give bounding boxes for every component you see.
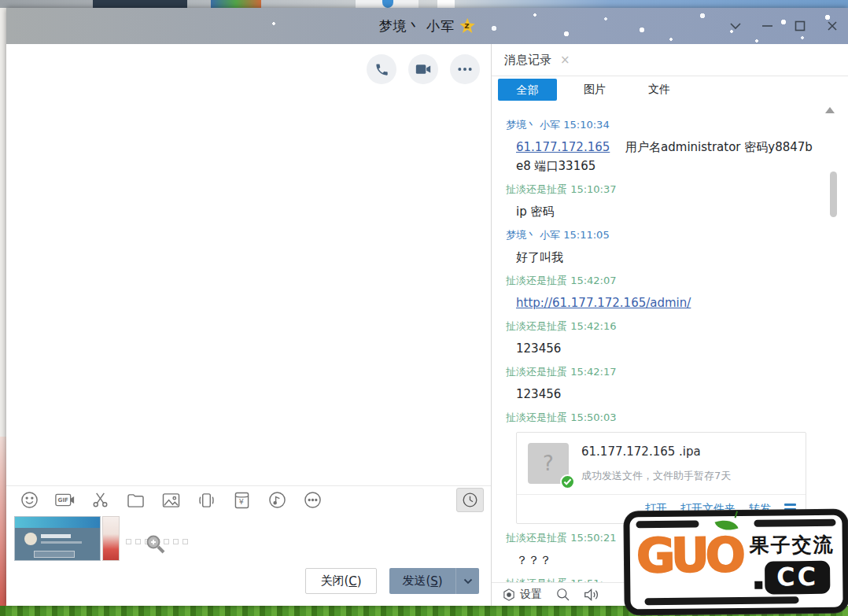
history-panel-title: 消息记录 — [504, 53, 551, 68]
star-status-icon: z — [459, 18, 475, 34]
magnifier-cursor-icon — [145, 533, 165, 557]
history-panel-header: 消息记录 × — [492, 44, 848, 76]
message-text: 123456 — [506, 385, 815, 404]
watermark-chinese-text: 果子交流 — [750, 532, 835, 559]
history-tabs: 全部 图片 文件 — [492, 76, 848, 103]
send-button-group[interactable]: 发送(S) — [389, 568, 479, 594]
voice-call-button[interactable] — [367, 54, 396, 84]
message-sender-time: 扯淡还是扯蛋 15:50:03 — [506, 411, 815, 425]
message-sender-time: 扯淡还是扯蛋 15:10:37 — [506, 183, 815, 197]
message-text-part: 123456 — [516, 387, 561, 401]
close-chat-button[interactable]: 关闭(C) — [305, 568, 377, 594]
tab-files[interactable]: 文件 — [627, 83, 691, 97]
watermark-guo-text: GUO — [636, 533, 743, 578]
message-text-part: 好了叫我 — [516, 250, 563, 264]
ellipsis-icon — [457, 67, 473, 72]
input-toolbar: GIF ¥ — [20, 490, 323, 510]
desktop-image-sliver — [0, 437, 6, 606]
video-call-button[interactable] — [408, 54, 438, 84]
maximize-button[interactable] — [793, 20, 806, 33]
watermark-dot — [754, 581, 762, 589]
message-text: 61.177.172.165 用户名administrator 密码y8847b… — [506, 138, 815, 175]
message-text: ip 密码 — [506, 202, 815, 221]
watermark-bar — [754, 519, 835, 527]
phone-icon — [374, 62, 389, 77]
desktop-background-left-strip — [0, 8, 6, 606]
file-status-text: 成功发送文件，文件助手暂存7天 — [581, 469, 731, 483]
desktop-thumbnail — [211, 0, 261, 8]
tab-images[interactable]: 图片 — [562, 83, 627, 97]
send-file-folder-icon[interactable] — [126, 490, 146, 510]
message-sender-time: 梦境丶 小军 15:11:05 — [506, 228, 815, 242]
audio-music-icon[interactable] — [267, 490, 287, 510]
gif-hot-image-icon[interactable]: GIF — [55, 490, 75, 510]
message-text: 123456 — [506, 339, 815, 358]
message-text-part: ip 密码 — [516, 205, 554, 219]
message-text: http://61.177.172.165/admin/ — [506, 293, 815, 312]
window-title: 梦境丶 小军 — [379, 17, 455, 35]
sound-button[interactable] — [584, 588, 600, 602]
video-camera-icon — [415, 63, 431, 76]
emoji-icon[interactable] — [20, 490, 39, 510]
message-text-part: ？？？ — [516, 553, 551, 567]
desktop-background-top-strip — [0, 0, 848, 8]
speaker-icon — [584, 588, 600, 602]
message-text: 好了叫我 — [506, 248, 815, 267]
file-type-icon: ? — [528, 443, 569, 484]
more-actions-button[interactable] — [450, 54, 480, 84]
watermark-bar — [644, 596, 798, 605]
chevron-down-icon[interactable] — [728, 20, 742, 33]
send-button[interactable]: 发送(S) — [389, 568, 455, 594]
minimize-button[interactable] — [761, 20, 774, 33]
message-sender-time: 扯淡还是扯蛋 15:42:07 — [506, 274, 815, 288]
search-button[interactable] — [555, 587, 570, 602]
file-name: 61.177.172.165 .ipa — [581, 444, 731, 459]
chevron-down-icon — [463, 578, 473, 585]
scroll-up-arrow[interactable] — [825, 107, 835, 113]
screenshot-scissors-icon[interactable] — [90, 490, 110, 510]
chat-pane: GIF ¥ — [6, 44, 492, 606]
pasted-image-thumbnail[interactable] — [14, 516, 101, 561]
scrollbar-thumb[interactable] — [830, 172, 837, 217]
close-window-button[interactable] — [825, 20, 839, 33]
settings-button[interactable]: 设置 — [502, 588, 542, 602]
message-sender-time: 扯淡还是扯蛋 15:42:16 — [506, 319, 815, 334]
message-history-toggle-button[interactable] — [456, 488, 484, 512]
success-check-icon — [560, 474, 575, 489]
pasted-image-thumbnail-2[interactable] — [102, 516, 120, 561]
clock-icon — [462, 492, 478, 508]
screenshot-root: 梦境丶 小军 z — [0, 0, 848, 616]
close-panel-icon[interactable]: × — [560, 54, 570, 66]
more-tools-icon[interactable] — [303, 490, 323, 510]
input-divider — [6, 485, 491, 486]
message-link[interactable]: http://61.177.172.165/admin/ — [516, 296, 691, 310]
red-packet-icon[interactable]: ¥ — [232, 490, 252, 510]
gear-icon — [502, 588, 516, 602]
watermark-cc-text: CC — [765, 561, 830, 595]
svg-text:GIF: GIF — [58, 496, 68, 503]
message-link[interactable]: 61.177.172.165 — [516, 140, 610, 154]
search-icon — [555, 587, 570, 602]
send-options-dropdown[interactable] — [455, 568, 479, 594]
message-text-part: 123456 — [516, 341, 561, 356]
message-sender-time: 扯淡还是扯蛋 15:42:17 — [506, 365, 815, 379]
window-shake-icon[interactable] — [197, 490, 216, 510]
message-sender-time: 梦境丶 小军 15:10:34 — [506, 118, 815, 132]
titlebar[interactable]: 梦境丶 小军 z — [6, 8, 848, 44]
desktop-thumbnail — [93, 0, 187, 8]
desktop-thumbnail — [437, 0, 455, 8]
yen-glyph: ¥ — [239, 497, 244, 506]
tab-all[interactable]: 全部 — [498, 79, 557, 101]
guo-cc-watermark: GUO 果子交流 CC — [624, 510, 848, 615]
send-picture-icon[interactable] — [161, 490, 181, 510]
